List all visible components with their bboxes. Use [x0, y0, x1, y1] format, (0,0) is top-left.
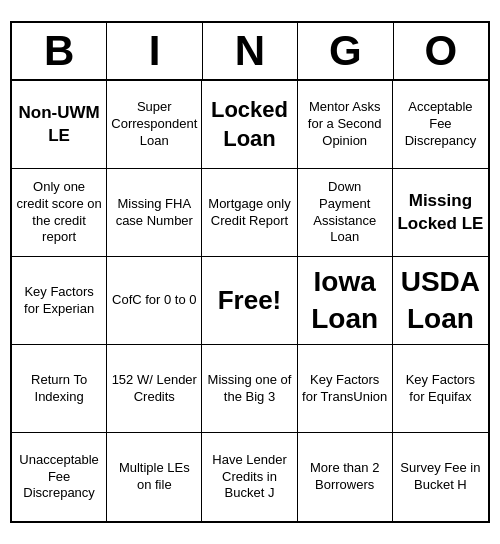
cell-text-8: Down Payment Assistance Loan	[302, 179, 388, 247]
bingo-cell-23: More than 2 Borrowers	[298, 433, 393, 521]
cell-text-3: Mentor Asks for a Second Opinion	[302, 99, 388, 150]
bingo-cell-6: Missing FHA case Number	[107, 169, 202, 257]
bingo-header: BINGO	[12, 23, 488, 81]
bingo-cell-10: Key Factors for Experian	[12, 257, 107, 345]
cell-text-16: 152 W/ Lender Credits	[111, 372, 197, 406]
cell-text-1: Super Correspondent Loan	[111, 99, 197, 150]
bingo-cell-4: Acceptable Fee Discrepancy	[393, 81, 488, 169]
cell-text-12: Free!	[218, 284, 282, 318]
header-letter-B: B	[12, 23, 107, 79]
bingo-cell-0: Non-UWM LE	[12, 81, 107, 169]
cell-text-24: Survey Fee in Bucket H	[397, 460, 484, 494]
header-letter-G: G	[298, 23, 393, 79]
bingo-cell-19: Key Factors for Equifax	[393, 345, 488, 433]
bingo-cell-11: CofC for 0 to 0	[107, 257, 202, 345]
cell-text-19: Key Factors for Equifax	[397, 372, 484, 406]
cell-text-6: Missing FHA case Number	[111, 196, 197, 230]
bingo-cell-17: Missing one of the Big 3	[202, 345, 297, 433]
bingo-cell-16: 152 W/ Lender Credits	[107, 345, 202, 433]
bingo-cell-20: Unacceptable Fee Discrepancy	[12, 433, 107, 521]
bingo-cell-22: Have Lender Credits in Bucket J	[202, 433, 297, 521]
bingo-cell-12: Free!	[202, 257, 297, 345]
cell-text-18: Key Factors for TransUnion	[302, 372, 388, 406]
cell-text-11: CofC for 0 to 0	[112, 292, 197, 309]
cell-text-7: Mortgage only Credit Report	[206, 196, 292, 230]
header-letter-I: I	[107, 23, 202, 79]
cell-text-20: Unacceptable Fee Discrepancy	[16, 452, 102, 503]
header-letter-O: O	[394, 23, 488, 79]
cell-text-5: Only one credit score on the credit repo…	[16, 179, 102, 247]
cell-text-23: More than 2 Borrowers	[302, 460, 388, 494]
cell-text-0: Non-UWM LE	[16, 102, 102, 146]
cell-text-9: Missing Locked LE	[397, 190, 484, 234]
cell-text-22: Have Lender Credits in Bucket J	[206, 452, 292, 503]
bingo-cell-1: Super Correspondent Loan	[107, 81, 202, 169]
bingo-cell-5: Only one credit score on the credit repo…	[12, 169, 107, 257]
cell-text-14: USDA Loan	[397, 264, 484, 337]
bingo-cell-13: Iowa Loan	[298, 257, 393, 345]
cell-text-13: Iowa Loan	[302, 264, 388, 337]
bingo-cell-18: Key Factors for TransUnion	[298, 345, 393, 433]
cell-text-2: Locked Loan	[206, 96, 292, 153]
bingo-card: BINGO Non-UWM LESuper Correspondent Loan…	[10, 21, 490, 523]
bingo-cell-24: Survey Fee in Bucket H	[393, 433, 488, 521]
bingo-cell-21: Multiple LEs on file	[107, 433, 202, 521]
cell-text-17: Missing one of the Big 3	[206, 372, 292, 406]
bingo-cell-14: USDA Loan	[393, 257, 488, 345]
cell-text-10: Key Factors for Experian	[16, 284, 102, 318]
bingo-cell-7: Mortgage only Credit Report	[202, 169, 297, 257]
bingo-cell-3: Mentor Asks for a Second Opinion	[298, 81, 393, 169]
bingo-cell-8: Down Payment Assistance Loan	[298, 169, 393, 257]
cell-text-15: Return To Indexing	[16, 372, 102, 406]
bingo-cell-2: Locked Loan	[202, 81, 297, 169]
header-letter-N: N	[203, 23, 298, 79]
bingo-cell-15: Return To Indexing	[12, 345, 107, 433]
bingo-grid: Non-UWM LESuper Correspondent LoanLocked…	[12, 81, 488, 521]
cell-text-4: Acceptable Fee Discrepancy	[397, 99, 484, 150]
cell-text-21: Multiple LEs on file	[111, 460, 197, 494]
bingo-cell-9: Missing Locked LE	[393, 169, 488, 257]
